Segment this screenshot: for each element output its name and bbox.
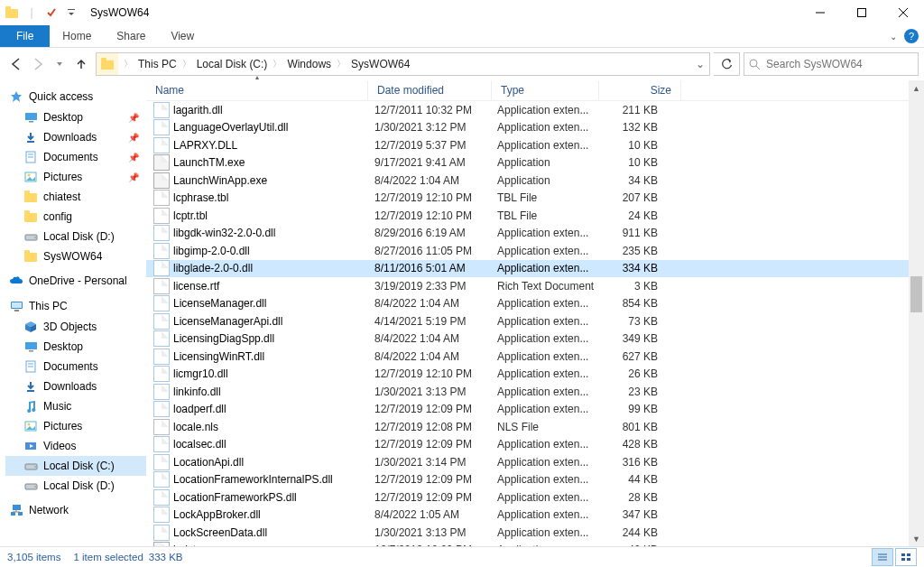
file-row[interactable]: lodctr.exe12/7/2019 12:09 PMApplication4… xyxy=(146,542,909,547)
file-row[interactable]: LicenseManager.dll8/4/2022 1:04 AMApplic… xyxy=(146,295,909,313)
pictures-icon xyxy=(23,170,38,184)
scroll-thumb[interactable] xyxy=(910,276,922,312)
close-button[interactable] xyxy=(882,0,924,25)
address-bar[interactable]: 〉 This PC 〉 Local Disk (C:) 〉 Windows 〉 … xyxy=(96,52,710,76)
file-row[interactable]: lcptr.tbl12/7/2019 12:10 PMTBL File24 KB xyxy=(146,207,909,225)
file-row[interactable]: LaunchWinApp.exe8/4/2022 1:04 AMApplicat… xyxy=(146,172,909,190)
this-pc-header[interactable]: This PC xyxy=(5,295,146,317)
file-name: libgimp-2.0-0.dll xyxy=(173,245,250,257)
sidebar-item-pictures[interactable]: Pictures📌 xyxy=(5,167,146,187)
sidebar-item-pictures[interactable]: Pictures xyxy=(5,416,146,436)
maximize-button[interactable] xyxy=(841,0,882,25)
file-row[interactable]: LaunchTM.exe9/17/2021 9:41 AMApplication… xyxy=(146,154,909,172)
file-row[interactable]: lagarith.dll12/7/2011 10:32 PMApplicatio… xyxy=(146,101,909,119)
file-icon xyxy=(153,436,170,452)
sidebar-item-local-disk-d-[interactable]: Local Disk (D:) xyxy=(5,476,146,496)
file-row[interactable]: LockAppBroker.dll8/4/2022 1:05 AMApplica… xyxy=(146,507,909,525)
ribbon-expand-icon[interactable]: ⌄ xyxy=(890,32,897,42)
tab-view[interactable]: View xyxy=(158,25,207,47)
network-header[interactable]: Network xyxy=(5,499,146,521)
col-name[interactable]: Name xyxy=(146,80,368,100)
sidebar-item-documents[interactable]: Documents xyxy=(5,357,146,376)
sidebar-item-local-disk-c-[interactable]: Local Disk (C:) xyxy=(5,456,146,476)
col-date[interactable]: Date modified xyxy=(368,80,492,100)
sidebar-item-label: Desktop xyxy=(43,111,83,124)
file-row[interactable]: lcphrase.tbl12/7/2019 12:10 PMTBL File20… xyxy=(146,190,909,208)
file-row[interactable]: locale.nls12/7/2019 12:08 PMNLS File801 … xyxy=(146,418,909,436)
file-row[interactable]: linkinfo.dll1/30/2021 3:13 PMApplication… xyxy=(146,383,909,401)
help-icon[interactable]: ? xyxy=(904,29,919,43)
sidebar-item-syswow64[interactable]: SysWOW64 xyxy=(5,246,146,266)
folder-icon xyxy=(23,190,38,204)
file-icon xyxy=(153,507,170,523)
recent-dropdown-icon[interactable] xyxy=(49,53,70,75)
scroll-up-icon[interactable]: ▲ xyxy=(909,80,924,96)
chevron-right-icon[interactable]: 〉 xyxy=(180,58,193,70)
crumb-windows[interactable]: Windows xyxy=(283,58,335,70)
onedrive-header[interactable]: OneDrive - Personal xyxy=(5,270,146,292)
chevron-right-icon[interactable]: 〉 xyxy=(271,58,283,70)
sidebar-item-documents[interactable]: Documents📌 xyxy=(5,147,146,167)
scroll-track[interactable] xyxy=(909,96,924,531)
crumb-local-disk-c[interactable]: Local Disk (C:) xyxy=(193,58,272,70)
file-row[interactable]: LicensingWinRT.dll8/4/2022 1:04 AMApplic… xyxy=(146,348,909,366)
file-row[interactable]: license.rtf3/19/2019 2:33 PMRich Text Do… xyxy=(146,277,909,295)
file-row[interactable]: licmgr10.dll12/7/2019 12:10 PMApplicatio… xyxy=(146,366,909,384)
up-button[interactable] xyxy=(70,53,92,75)
properties-icon[interactable] xyxy=(42,3,61,23)
file-row[interactable]: LAPRXY.DLL12/7/2019 5:37 PMApplication e… xyxy=(146,136,909,154)
quick-access-header[interactable]: Quick access xyxy=(5,86,146,107)
search-box[interactable] xyxy=(744,52,919,76)
tab-share[interactable]: Share xyxy=(104,25,158,47)
refresh-button[interactable] xyxy=(714,52,740,76)
sidebar-item-music[interactable]: Music xyxy=(5,396,146,416)
file-row[interactable]: libglade-2.0-0.dll8/11/2016 5:01 AMAppli… xyxy=(146,260,909,278)
crumb-this-pc[interactable]: This PC xyxy=(134,58,180,70)
file-name: licmgr10.dll xyxy=(173,367,228,380)
sidebar-item-downloads[interactable]: Downloads xyxy=(5,376,146,396)
file-name: LAPRXY.DLL xyxy=(173,139,237,152)
back-button[interactable] xyxy=(5,53,27,75)
sidebar-item-downloads[interactable]: Downloads📌 xyxy=(5,127,146,147)
sidebar-item-desktop[interactable]: Desktop xyxy=(5,337,146,357)
sidebar-item-chiatest[interactable]: chiatest xyxy=(5,187,146,207)
tab-home[interactable]: Home xyxy=(50,25,104,47)
crumb-syswow64[interactable]: SysWOW64 xyxy=(347,58,413,70)
tab-file[interactable]: File xyxy=(0,25,50,47)
view-details-icon[interactable] xyxy=(872,548,893,566)
file-row[interactable]: LocationFrameworkPS.dll12/7/2019 12:09 P… xyxy=(146,488,909,507)
file-list[interactable]: lagarith.dll12/7/2011 10:32 PMApplicatio… xyxy=(146,101,909,546)
forward-button[interactable] xyxy=(27,53,49,75)
file-row[interactable]: LocationApi.dll1/30/2021 3:14 PMApplicat… xyxy=(146,453,909,471)
file-type: Application exten... xyxy=(488,315,595,328)
sidebar-item-3d-objects[interactable]: 3D Objects xyxy=(5,317,146,337)
view-large-icon[interactable] xyxy=(895,548,917,566)
chevron-right-icon[interactable]: 〉 xyxy=(335,58,347,70)
file-row[interactable]: LocationFrameworkInternalPS.dll12/7/2019… xyxy=(146,471,909,489)
file-row[interactable]: localsec.dll12/7/2019 12:09 PMApplicatio… xyxy=(146,436,909,454)
file-row[interactable]: libgimp-2.0-0.dll8/27/2016 11:05 PMAppli… xyxy=(146,242,909,260)
file-row[interactable]: LanguageOverlayUtil.dll1/30/2021 3:12 PM… xyxy=(146,119,909,137)
svg-point-15 xyxy=(28,174,31,177)
file-row[interactable]: libgdk-win32-2.0-0.dll8/29/2016 6:19 AMA… xyxy=(146,225,909,243)
file-row[interactable]: LicensingDiagSpp.dll8/4/2022 1:04 AMAppl… xyxy=(146,330,909,349)
col-size[interactable]: Size xyxy=(599,80,681,100)
address-dropdown-icon[interactable]: ⌄ xyxy=(691,58,709,70)
desktop-icon xyxy=(23,110,38,125)
sidebar-item-config[interactable]: config xyxy=(5,207,146,227)
col-type[interactable]: Type xyxy=(492,80,599,100)
sidebar-item-videos[interactable]: Videos xyxy=(5,436,146,456)
scrollbar[interactable]: ▲ ▼ xyxy=(909,80,924,546)
file-date: 8/29/2016 6:19 AM xyxy=(365,227,488,239)
sidebar-item-desktop[interactable]: Desktop📌 xyxy=(5,107,146,127)
scroll-down-icon[interactable]: ▼ xyxy=(909,531,924,546)
qat-dropdown-icon[interactable] xyxy=(61,3,81,23)
file-row[interactable]: LockScreenData.dll1/30/2021 3:13 PMAppli… xyxy=(146,524,909,542)
file-row[interactable]: LicenseManagerApi.dll4/14/2021 5:19 PMAp… xyxy=(146,312,909,330)
minimize-button[interactable] xyxy=(799,0,841,25)
file-row[interactable]: loadperf.dll12/7/2019 12:09 PMApplicatio… xyxy=(146,401,909,419)
sidebar-item-label: 3D Objects xyxy=(43,321,97,333)
search-input[interactable] xyxy=(764,57,914,71)
sidebar-item-local-disk-d-[interactable]: Local Disk (D:) xyxy=(5,227,146,246)
chevron-right-icon[interactable]: 〉 xyxy=(122,58,134,70)
